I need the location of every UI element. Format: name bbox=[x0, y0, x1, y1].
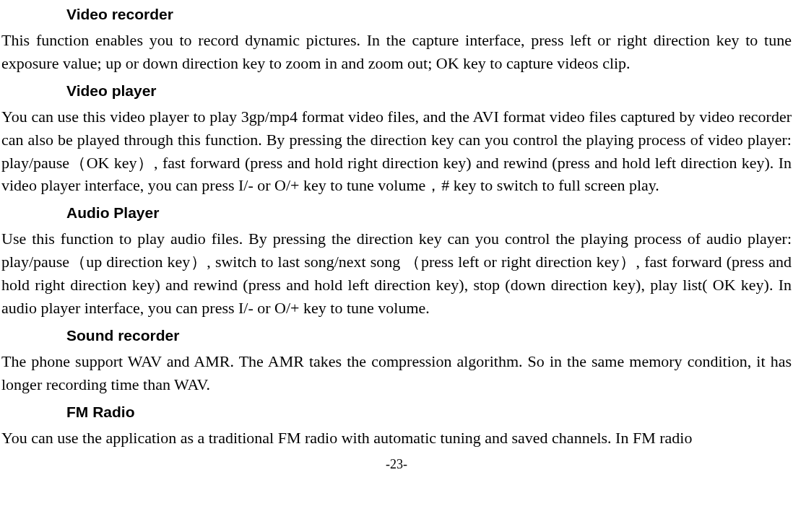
paragraph-video-player: You can use this video player to play 3g… bbox=[1, 105, 792, 198]
document-page: Video recorder This function enables you… bbox=[0, 6, 793, 472]
paragraph-audio-player: Use this function to play audio files. B… bbox=[1, 227, 792, 320]
heading-audio-player: Audio Player bbox=[66, 204, 792, 222]
paragraph-video-recorder: This function enables you to record dyna… bbox=[1, 29, 792, 75]
heading-fm-radio: FM Radio bbox=[66, 404, 792, 421]
heading-sound-recorder: Sound recorder bbox=[66, 327, 792, 344]
heading-video-recorder: Video recorder bbox=[66, 6, 792, 23]
paragraph-fm-radio: You can use the application as a traditi… bbox=[1, 427, 792, 450]
paragraph-sound-recorder: The phone support WAV and AMR. The AMR t… bbox=[1, 350, 792, 396]
heading-video-player: Video player bbox=[66, 82, 792, 100]
page-number: -23- bbox=[1, 457, 792, 472]
